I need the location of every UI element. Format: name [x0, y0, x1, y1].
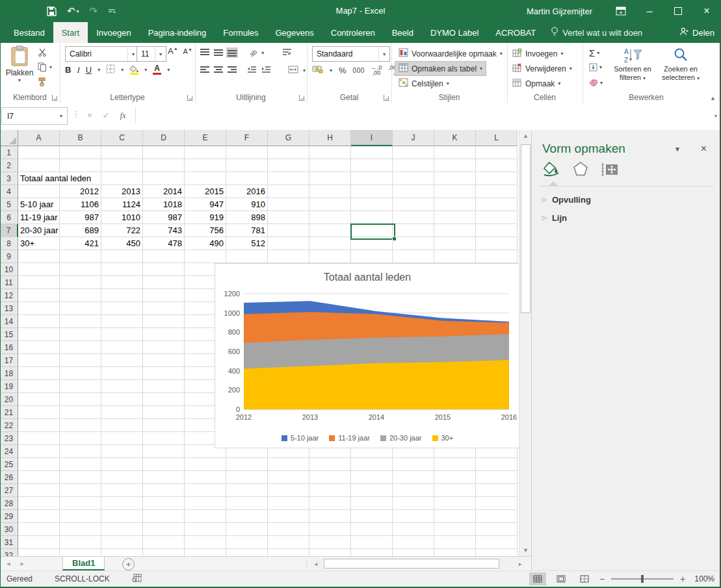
user-name[interactable]: Martin Gijzemijter	[527, 6, 592, 16]
cell-I27[interactable]	[351, 484, 393, 497]
cell-E3[interactable]	[185, 172, 226, 185]
font-name-combo[interactable]: Calibri▾	[65, 46, 139, 62]
cell-H8[interactable]	[309, 237, 351, 250]
cell-L29[interactable]	[476, 510, 518, 523]
cell-C25[interactable]	[101, 458, 143, 471]
cell-C10[interactable]	[101, 263, 143, 276]
cell-E1[interactable]	[185, 146, 226, 159]
column-header-D[interactable]: D	[143, 130, 185, 146]
align-right-icon[interactable]	[228, 66, 237, 74]
styles-item-celstijlen[interactable]: Celstijlen▾	[395, 77, 452, 90]
sort-filter-button[interactable]: AZ Sorteren en filteren ▾	[611, 45, 654, 83]
cell-C29[interactable]	[101, 510, 143, 523]
font-dialog-launcher-icon[interactable]	[187, 95, 193, 101]
cell-C14[interactable]	[101, 315, 143, 328]
tab-formules[interactable]: Formules	[215, 22, 267, 43]
cell-F27[interactable]	[226, 484, 268, 497]
cell-A28[interactable]	[18, 497, 60, 510]
font-size-combo[interactable]: 11▾	[137, 46, 166, 62]
column-header-H[interactable]: H	[309, 130, 351, 146]
cell-F29[interactable]	[226, 510, 268, 523]
cell-A14[interactable]	[18, 315, 60, 328]
cell-K32[interactable]	[434, 549, 476, 556]
cell-A16[interactable]	[18, 341, 60, 354]
cell-G1[interactable]	[268, 146, 309, 159]
cell-D6[interactable]: 987	[143, 211, 185, 224]
cell-A31[interactable]	[18, 536, 60, 549]
row-header-22[interactable]: 22	[0, 419, 18, 432]
cell-J5[interactable]	[393, 198, 434, 211]
insert-function-icon[interactable]: fx	[120, 110, 126, 121]
row-header-27[interactable]: 27	[0, 484, 18, 497]
cell-A10[interactable]	[18, 263, 60, 276]
cell-I6[interactable]	[351, 211, 393, 224]
cell-A3[interactable]: Totaal aantal leden	[18, 172, 60, 185]
cell-L26[interactable]	[476, 471, 518, 484]
cell-A5[interactable]: 5-10 jaar	[18, 198, 60, 211]
row-header-11[interactable]: 11	[0, 276, 18, 289]
row-header-19[interactable]: 19	[0, 380, 18, 393]
column-header-A[interactable]: A	[18, 130, 60, 146]
cell-A25[interactable]	[18, 458, 60, 471]
cell-E9[interactable]	[185, 250, 226, 263]
percent-style-button[interactable]: %	[339, 66, 347, 75]
cell-D22[interactable]	[143, 419, 185, 432]
cell-D11[interactable]	[143, 276, 185, 289]
cell-B12[interactable]	[60, 289, 101, 302]
cell-C16[interactable]	[101, 341, 143, 354]
cell-E29[interactable]	[185, 510, 226, 523]
cell-A17[interactable]	[18, 354, 60, 367]
column-header-K[interactable]: K	[434, 130, 476, 146]
cell-C9[interactable]	[101, 250, 143, 263]
cell-J4[interactable]	[393, 185, 434, 198]
cell-J29[interactable]	[393, 510, 434, 523]
tab-controleren[interactable]: Controleren	[322, 22, 384, 43]
cell-I7[interactable]	[351, 224, 393, 237]
cell-B2[interactable]	[60, 159, 101, 172]
accounting-format-icon[interactable]	[312, 65, 323, 75]
cell-J26[interactable]	[393, 471, 434, 484]
cell-K2[interactable]	[434, 159, 476, 172]
cell-H25[interactable]	[309, 458, 351, 471]
accounting-caret-icon[interactable]: ▾	[330, 68, 332, 73]
cell-K25[interactable]	[434, 458, 476, 471]
row-header-4[interactable]: 4	[0, 185, 18, 198]
underline-button[interactable]: U	[86, 65, 92, 75]
row-header-26[interactable]: 26	[0, 471, 18, 484]
cell-J8[interactable]	[393, 237, 434, 250]
scroll-down-icon[interactable]: ▼	[520, 544, 531, 556]
row-header-12[interactable]: 12	[0, 289, 18, 302]
cell-B30[interactable]	[60, 523, 101, 536]
cell-B25[interactable]	[60, 458, 101, 471]
cell-E7[interactable]: 756	[185, 224, 226, 237]
cell-I26[interactable]	[351, 471, 393, 484]
cell-C26[interactable]	[101, 471, 143, 484]
decrease-indent-icon[interactable]	[247, 64, 257, 76]
cell-K29[interactable]	[434, 510, 476, 523]
cell-F28[interactable]	[226, 497, 268, 510]
cell-B32[interactable]	[60, 549, 101, 556]
cut-icon[interactable]	[38, 47, 52, 57]
cell-C17[interactable]	[101, 354, 143, 367]
cell-D9[interactable]	[143, 250, 185, 263]
cell-B24[interactable]	[60, 445, 101, 458]
cell-L8[interactable]	[476, 237, 518, 250]
cell-J3[interactable]	[393, 172, 434, 185]
close-button[interactable]: ×	[692, 0, 721, 22]
cell-H27[interactable]	[309, 484, 351, 497]
column-header-I[interactable]: I	[351, 130, 393, 146]
cell-A6[interactable]: 11-19 jaar	[18, 211, 60, 224]
cell-C23[interactable]	[101, 432, 143, 445]
cell-G32[interactable]	[268, 549, 309, 556]
autosum-button[interactable]: Σ▾	[589, 47, 599, 58]
cell-J28[interactable]	[393, 497, 434, 510]
cell-I2[interactable]	[351, 159, 393, 172]
cell-L27[interactable]	[476, 484, 518, 497]
cell-E8[interactable]: 490	[185, 237, 226, 250]
cell-H29[interactable]	[309, 510, 351, 523]
cell-C5[interactable]: 1124	[101, 198, 143, 211]
cell-K31[interactable]	[434, 536, 476, 549]
cell-C32[interactable]	[101, 549, 143, 556]
column-header-G[interactable]: G	[268, 130, 309, 146]
fill-down-button[interactable]: ▾	[589, 63, 602, 71]
